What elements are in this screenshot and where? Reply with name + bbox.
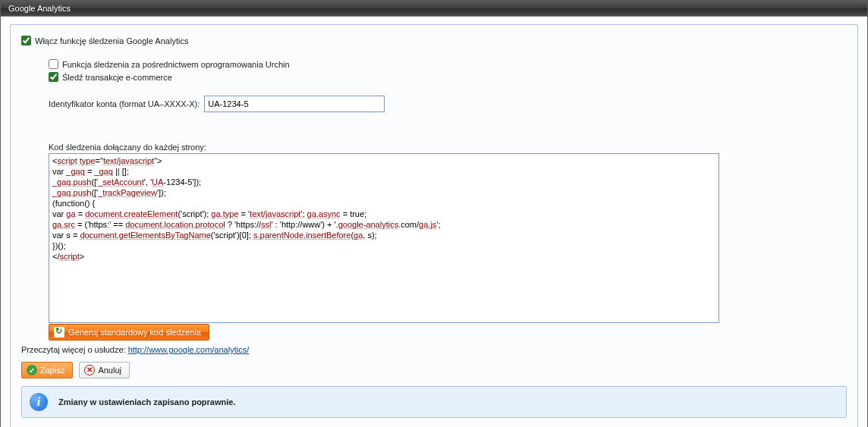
status-message: Zmiany w ustawieniach zapisano poprawnie…: [58, 397, 236, 407]
cancel-label: Anuluj: [98, 366, 121, 375]
enable-tracking-checkbox[interactable]: [21, 36, 31, 46]
window: Google Analytics Włącz funkcję śledzenia…: [0, 0, 868, 427]
ecommerce-row[interactable]: Śledź transakcje e-commerce: [49, 72, 847, 82]
account-id-row: Identyfikator konta (format UA–XXXX-X):: [49, 96, 847, 112]
enable-tracking-label: Włącz funkcję śledzenia Google Analytics: [35, 36, 188, 46]
content: Włącz funkcję śledzenia Google Analytics…: [1, 17, 867, 427]
check-icon: ✓: [27, 365, 37, 375]
enable-tracking-row[interactable]: Włącz funkcję śledzenia Google Analytics: [21, 36, 847, 46]
settings-panel: Włącz funkcję śledzenia Google Analytics…: [10, 24, 858, 427]
urchin-checkbox[interactable]: [49, 59, 58, 69]
save-label: Zapisz: [40, 366, 64, 375]
close-icon: ✕: [84, 365, 95, 375]
readmore-prefix: Przeczytaj więcej o usłudze:: [21, 345, 128, 354]
urchin-label: Funkcja śledzenia za pośrednictwem oprog…: [62, 60, 290, 69]
save-button[interactable]: ✓ Zapisz: [21, 362, 73, 378]
info-icon: i: [30, 393, 48, 411]
readmore-link[interactable]: http://www.google.com/analytics/: [128, 345, 250, 354]
account-id-label: Identyfikator konta (format UA–XXXX-X):: [49, 99, 200, 108]
tracking-code-textarea[interactable]: <script type="text/javascript"> var _gaq…: [49, 153, 719, 323]
cancel-button[interactable]: ✕ Anuluj: [79, 362, 130, 378]
ecommerce-label: Śledź transakcje e-commerce: [62, 73, 172, 82]
readmore-row: Przeczytaj więcej o usłudze: http://www.…: [21, 345, 847, 354]
account-id-input[interactable]: [204, 96, 385, 112]
tracking-code-section: Kod śledzenia dołączany do każdej strony…: [49, 143, 847, 323]
refresh-icon: [54, 327, 64, 338]
tracking-code-content: <script type="text/javascript"> var _gaq…: [49, 154, 719, 263]
window-title: Google Analytics: [8, 4, 71, 13]
generate-code-button[interactable]: Generuj standardowy kod śledzenia: [49, 324, 209, 341]
action-row: ✓ Zapisz ✕ Anuluj: [21, 362, 847, 378]
window-titlebar: Google Analytics: [1, 1, 867, 17]
ecommerce-checkbox[interactable]: [49, 72, 58, 82]
generate-code-label: Generuj standardowy kod śledzenia: [68, 328, 201, 337]
urchin-row[interactable]: Funkcja śledzenia za pośrednictwem oprog…: [49, 59, 847, 69]
status-bar: i Zmiany w ustawieniach zapisano poprawn…: [21, 386, 847, 418]
tracking-code-label: Kod śledzenia dołączany do każdej strony…: [49, 143, 847, 152]
